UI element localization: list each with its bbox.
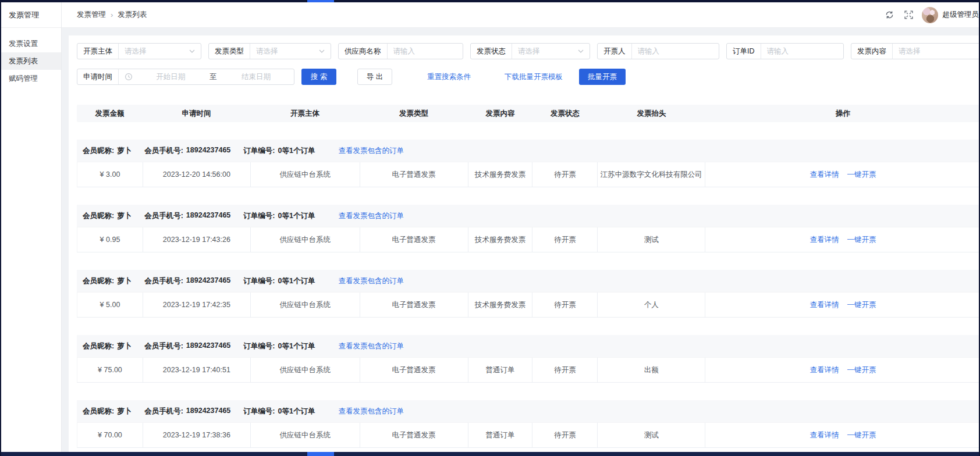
header-invoice-title: 发票抬头 bbox=[598, 109, 705, 119]
select-placeholder: 请选择 bbox=[119, 47, 189, 56]
table-row: ¥ 0.95 2023-12-19 17:43:26 供应链中台系统 电子普通发… bbox=[77, 227, 979, 252]
member-phone-label: 会员手机号: bbox=[144, 276, 183, 286]
member-nickname: 会员昵称: 萝卜 bbox=[83, 407, 132, 416]
view-included-orders-link[interactable]: 查看发票包含的订单 bbox=[338, 276, 404, 286]
filter-label: 供应商名称 bbox=[339, 44, 388, 59]
header-invoice-status: 发票状态 bbox=[532, 109, 598, 119]
member-info-row: 会员昵称: 萝卜 会员手机号: 18924237465 订单编号: 0等1个订单… bbox=[77, 400, 979, 422]
member-nickname: 会员昵称: 萝卜 bbox=[83, 211, 132, 221]
filter-order-id[interactable]: 订单ID bbox=[726, 43, 844, 59]
cell-invoice-content: 技术服务费发票 bbox=[468, 227, 533, 252]
view-detail-link[interactable]: 查看详情 bbox=[810, 170, 839, 180]
header-invoice-content: 发票内容 bbox=[468, 109, 532, 119]
cell-invoice-type: 电子普通发票 bbox=[360, 358, 468, 382]
batch-invoice-button[interactable]: 批量开票 bbox=[579, 69, 626, 85]
invoice-group: 会员昵称: 萝卜 会员手机号: 18924237465 订单编号: 0等1个订单… bbox=[77, 335, 979, 383]
filter-invoice-status[interactable]: 发票状态 请选择 bbox=[470, 43, 590, 59]
sidebar-item-invoice-list[interactable]: 发票列表 bbox=[1, 52, 61, 70]
one-click-invoice-link[interactable]: 一键开票 bbox=[847, 170, 876, 180]
view-included-orders-link[interactable]: 查看发票包含的订单 bbox=[338, 211, 404, 221]
filter-label: 发票类型 bbox=[209, 44, 250, 59]
window-frame-top bbox=[0, 0, 980, 2]
invoice-list-card: 开票主体 请选择 发票类型 请选择 供应商名称 发票状态 bbox=[69, 35, 979, 452]
view-included-orders-link[interactable]: 查看发票包含的订单 bbox=[338, 341, 404, 351]
cell-invoice-status: 待开票 bbox=[532, 358, 598, 382]
sidebar-menu: 发票设置 发票列表 赋码管理 bbox=[1, 28, 61, 87]
cell-invoice-title: 个人 bbox=[598, 293, 705, 317]
invoice-group: 会员昵称: 萝卜 会员手机号: 18924237465 订单编号: 0等1个订单… bbox=[77, 140, 979, 187]
cell-invoice-type: 电子普通发票 bbox=[360, 162, 468, 187]
filter-supplier-name[interactable]: 供应商名称 bbox=[338, 43, 463, 59]
sidebar-item-code-management[interactable]: 赋码管理 bbox=[1, 70, 61, 87]
invoice-table: 发票金额 申请时间 开票主体 发票类型 发票内容 发票状态 发票抬头 操作 会员… bbox=[77, 105, 979, 448]
view-detail-link[interactable]: 查看详情 bbox=[810, 430, 839, 440]
member-phone: 会员手机号: 18924237465 bbox=[144, 211, 230, 221]
member-nickname: 会员昵称: 萝卜 bbox=[83, 341, 132, 351]
member-phone-value: 18924237465 bbox=[186, 407, 230, 416]
refresh-icon[interactable] bbox=[885, 10, 894, 20]
cell-invoice-amount: ¥ 3.00 bbox=[77, 162, 143, 187]
filter-row-2: 申请时间 开始日期 至 结束日期 搜 索 导 出 重置搜索条件 下载批量开票模板… bbox=[77, 69, 979, 85]
member-order-value: 0等1个订单 bbox=[278, 146, 315, 156]
select-placeholder: 请选择 bbox=[512, 47, 578, 56]
member-phone-label: 会员手机号: bbox=[144, 407, 183, 416]
member-order-label: 订单编号: bbox=[243, 146, 275, 156]
cell-invoice-amount: ¥ 70.00 bbox=[77, 423, 143, 447]
filter-label: 开票主体 bbox=[77, 44, 119, 59]
window-frame-bottom bbox=[0, 452, 980, 456]
user-avatar[interactable] bbox=[922, 7, 938, 23]
member-order-number: 订单编号: 0等1个订单 bbox=[243, 276, 315, 286]
one-click-invoice-link[interactable]: 一键开票 bbox=[847, 430, 876, 440]
fullscreen-icon[interactable] bbox=[904, 10, 914, 20]
sidebar: 发票管理 发票设置 发票列表 赋码管理 bbox=[1, 2, 62, 452]
order-id-input[interactable] bbox=[761, 47, 844, 55]
filter-invoice-type[interactable]: 发票类型 请选择 bbox=[208, 43, 331, 59]
cell-actions: 查看详情 一键开票 bbox=[705, 423, 979, 447]
topbar: 发票管理 › 发票列表 超级管理员 bbox=[62, 2, 979, 28]
member-order-label: 订单编号: bbox=[243, 211, 275, 221]
cell-invoice-title: 出额 bbox=[598, 358, 705, 382]
view-detail-link[interactable]: 查看详情 bbox=[810, 300, 839, 310]
view-detail-link[interactable]: 查看详情 bbox=[810, 365, 839, 375]
view-included-orders-link[interactable]: 查看发票包含的订单 bbox=[338, 407, 404, 416]
end-date-placeholder[interactable]: 结束日期 bbox=[218, 72, 294, 82]
sidebar-title: 发票管理 bbox=[1, 2, 61, 28]
cell-invoice-status: 待开票 bbox=[532, 293, 598, 317]
start-date-placeholder[interactable]: 开始日期 bbox=[133, 72, 208, 82]
sidebar-item-invoice-settings[interactable]: 发票设置 bbox=[1, 35, 61, 52]
cell-actions: 查看详情 一键开票 bbox=[705, 293, 979, 317]
filter-invoice-content[interactable]: 发票内容 请选择 bbox=[851, 43, 979, 59]
filter-apply-time[interactable]: 申请时间 开始日期 至 结束日期 bbox=[77, 69, 294, 85]
table-body: 会员昵称: 萝卜 会员手机号: 18924237465 订单编号: 0等1个订单… bbox=[77, 140, 979, 448]
member-phone: 会员手机号: 18924237465 bbox=[144, 407, 230, 416]
member-phone-value: 18924237465 bbox=[186, 276, 230, 286]
cell-actions: 查看详情 一键开票 bbox=[705, 227, 979, 252]
filter-invoice-issuer[interactable]: 开票人 bbox=[597, 43, 719, 59]
one-click-invoice-link[interactable]: 一键开票 bbox=[847, 235, 876, 245]
member-order-label: 订单编号: bbox=[243, 341, 275, 351]
breadcrumb-item-invoice-management[interactable]: 发票管理 bbox=[77, 10, 106, 20]
frame-accent-segment bbox=[307, 452, 334, 456]
header-actions: 操作 bbox=[705, 109, 979, 119]
download-batch-template-link[interactable]: 下载批量开票模板 bbox=[505, 72, 563, 82]
export-button[interactable]: 导 出 bbox=[357, 69, 392, 85]
view-included-orders-link[interactable]: 查看发票包含的订单 bbox=[338, 146, 404, 156]
breadcrumb: 发票管理 › 发票列表 bbox=[62, 10, 147, 20]
breadcrumb-item-invoice-list[interactable]: 发票列表 bbox=[118, 10, 147, 20]
reset-search-link[interactable]: 重置搜索条件 bbox=[427, 72, 471, 82]
one-click-invoice-link[interactable]: 一键开票 bbox=[847, 300, 876, 310]
one-click-invoice-link[interactable]: 一键开票 bbox=[847, 365, 876, 375]
cell-invoice-subject: 供应链中台系统 bbox=[251, 423, 360, 447]
window-frame-left bbox=[0, 0, 1, 456]
invoice-issuer-input[interactable] bbox=[632, 47, 719, 55]
view-detail-link[interactable]: 查看详情 bbox=[810, 235, 839, 245]
cell-invoice-amount: ¥ 75.00 bbox=[77, 358, 143, 382]
cell-apply-time: 2023-12-19 17:43:26 bbox=[143, 227, 251, 252]
member-order-value: 0等1个订单 bbox=[278, 341, 315, 351]
supplier-name-input[interactable] bbox=[388, 47, 463, 55]
filter-row-1: 开票主体 请选择 发票类型 请选择 供应商名称 发票状态 bbox=[77, 43, 979, 59]
filter-invoice-subject[interactable]: 开票主体 请选择 bbox=[77, 43, 201, 59]
search-button[interactable]: 搜 索 bbox=[301, 69, 336, 85]
filter-label: 发票内容 bbox=[851, 44, 893, 59]
member-nickname-label: 会员昵称: bbox=[83, 341, 114, 351]
